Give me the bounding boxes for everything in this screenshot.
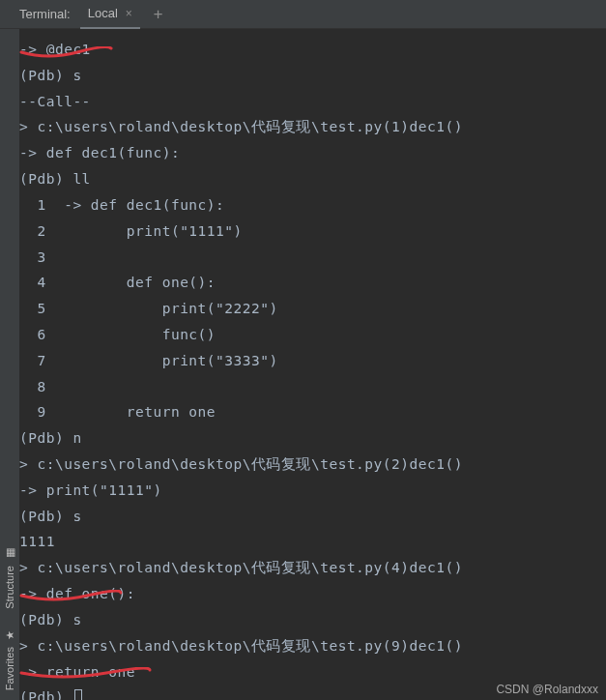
terminal-line: (Pdb) n bbox=[19, 425, 602, 452]
terminal-output[interactable]: -> @dec1 (Pdb) s --Call-- > c:\users\rol… bbox=[0, 29, 606, 700]
terminal-line: 4 def one(): bbox=[19, 270, 602, 296]
terminal-line: 6 func() bbox=[19, 322, 602, 348]
terminal-line: -> def one(): bbox=[19, 581, 602, 607]
watermark: CSDN @Rolandxxx bbox=[496, 683, 598, 696]
tab-label: Local bbox=[88, 6, 118, 20]
tab-bar: Terminal: Local × + bbox=[0, 0, 606, 29]
terminal-line: -> def dec1(func): bbox=[19, 140, 602, 166]
terminal-label: Terminal: bbox=[19, 7, 80, 21]
cursor bbox=[74, 689, 82, 700]
tab-local[interactable]: Local × bbox=[80, 0, 140, 29]
terminal-line: -> print("1111") bbox=[19, 478, 602, 504]
terminal-line: 3 bbox=[19, 245, 602, 271]
terminal-line: (Pdb) s bbox=[19, 504, 602, 530]
terminal-line: -> return one bbox=[19, 659, 602, 685]
terminal-line: > c:\users\roland\desktop\代码复现\test.py(4… bbox=[19, 555, 602, 581]
terminal-line: (Pdb) ll bbox=[19, 166, 602, 192]
terminal-line: -> @dec1 bbox=[19, 37, 602, 63]
terminal-line: 5 print("2222") bbox=[19, 296, 602, 322]
terminal-line: 7 print("3333") bbox=[19, 348, 602, 374]
terminal-line: --Call-- bbox=[19, 89, 602, 115]
terminal-line: > c:\users\roland\desktop\代码复现\test.py(9… bbox=[19, 633, 602, 659]
add-tab-icon[interactable]: + bbox=[154, 5, 163, 23]
terminal-line: (Pdb) s bbox=[19, 607, 602, 633]
terminal-line: 2 print("1111") bbox=[19, 219, 602, 245]
terminal-line: 9 return one bbox=[19, 399, 602, 425]
terminal-line: > c:\users\roland\desktop\代码复现\test.py(1… bbox=[19, 114, 602, 140]
close-icon[interactable]: × bbox=[126, 7, 132, 20]
terminal-line: 1 -> def dec1(func): bbox=[19, 192, 602, 219]
terminal-line: > c:\users\roland\desktop\代码复现\test.py(2… bbox=[19, 452, 602, 478]
terminal-line: 1111 bbox=[19, 529, 602, 555]
terminal-line: (Pdb) s bbox=[19, 63, 602, 89]
terminal-line: 8 bbox=[19, 374, 602, 400]
